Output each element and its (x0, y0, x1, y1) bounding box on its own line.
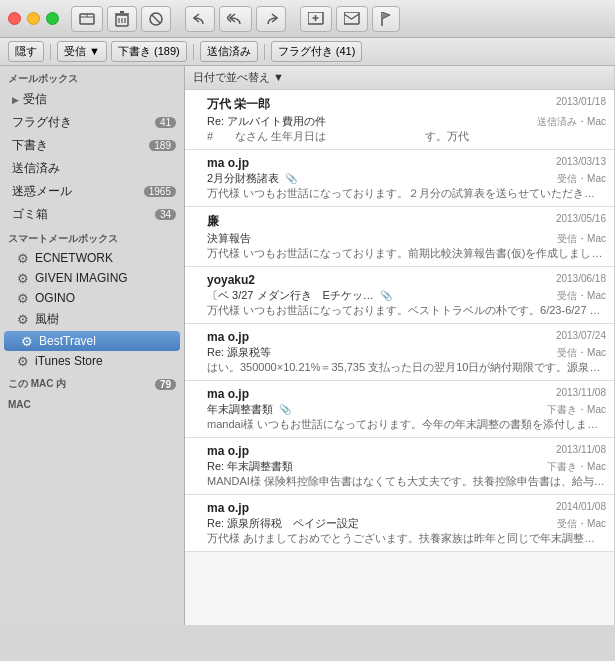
message-item[interactable]: ma o.jp 2013/07/24 Re: 源泉税等 受信・Mac はい。35… (185, 324, 614, 381)
msg-preview: 万代様 いつもお世話になっております。前期比較決算報告書(仮)を作成しました。決… (207, 246, 606, 261)
msg-from: ma o.jp (207, 444, 249, 458)
reply-all-icon (227, 13, 244, 25)
hide-button[interactable]: 隠す (8, 41, 44, 62)
sidebar: メールボックス ▶ 受信 フラグ付き 41 下書き 189 送信済み 迷惑メール… (0, 66, 185, 625)
msg-date: 2013/05/16 (556, 213, 606, 230)
forward-button[interactable] (256, 6, 286, 32)
message-item[interactable]: ma o.jp 2013/11/08 年末調整書類 📎 下書き・Mac mand… (185, 381, 614, 438)
sidebar-item-itunes[interactable]: ⚙ iTunes Store (0, 351, 184, 371)
sidebar-item-label: BestTravel (39, 334, 96, 348)
msg-date: 2014/01/08 (556, 501, 606, 515)
delete-button[interactable] (107, 6, 137, 32)
sidebar-item-label: 下書き (12, 137, 48, 154)
mailboxes-header: メールボックス (0, 66, 184, 88)
reply-all-button[interactable] (219, 6, 252, 32)
sort-label[interactable]: 日付で並べ替え ▼ (193, 71, 284, 83)
sidebar-item-junk[interactable]: 迷惑メール 1965 (0, 180, 184, 203)
message-item[interactable]: ma o.jp 2013/03/13 2月分財務諸表 📎 受信・Mac 万代様 … (185, 150, 614, 207)
sidebar-item-ogino[interactable]: ⚙ OGINO (0, 288, 184, 308)
msg-from: ma o.jp (207, 387, 249, 401)
sub-toolbar: 隠す 受信 ▼ 下書き (189) 送信済み フラグ付き (41) (0, 38, 615, 66)
junk-button[interactable] (141, 6, 171, 32)
compose-icon (79, 12, 95, 26)
msg-tag: 下書き・Mac (547, 403, 606, 417)
sidebar-item-flagged[interactable]: フラグ付き 41 (0, 111, 184, 134)
mac-header-text: この MAC 内 (8, 377, 66, 391)
sidebar-item-label: iTunes Store (35, 354, 103, 368)
title-bar (0, 0, 615, 38)
message-item[interactable]: yoyaku2 2013/06/18 〔ベ 3/27 メダン行き Eチケッ… 📎… (185, 267, 614, 324)
msg-date: 2013/06/18 (556, 273, 606, 287)
get-mail-icon (344, 12, 360, 26)
drafts-button[interactable]: 下書き (189) (111, 41, 187, 62)
msg-subject: Re: 源泉税等 (207, 345, 271, 360)
mac-header: この MAC 内 79 (0, 371, 184, 393)
msg-subject: 2月分財務諸表 📎 (207, 171, 297, 186)
attachment-icon: 📎 (285, 173, 297, 184)
msg-tag: 受信・Mac (557, 517, 606, 531)
receive-button[interactable]: 受信 ▼ (57, 41, 107, 62)
sidebar-item-ecnetwork[interactable]: ⚙ ECNETWORK (0, 248, 184, 268)
reply-button[interactable] (185, 6, 215, 32)
msg-preview: mandai様 いつもお世話になっております。今年の年末調整の書類を添付します。… (207, 417, 606, 432)
gear-icon: ⚙ (20, 334, 34, 348)
sidebar-item-inbox[interactable]: ▶ 受信 (0, 88, 184, 111)
sidebar-item-kazaki[interactable]: ⚙ 風樹 (0, 308, 184, 331)
sidebar-item-label: 風樹 (35, 311, 59, 328)
flag-filter-button[interactable]: フラグ付き (41) (271, 41, 363, 62)
mac-section: MAC (0, 393, 184, 412)
maximize-button[interactable] (46, 12, 59, 25)
compose-button[interactable] (71, 6, 103, 32)
flag-icon (380, 12, 392, 26)
message-item[interactable]: ma o.jp 2014/01/08 Re: 源泉所得税 ペイジー設定 受信・M… (185, 495, 614, 552)
forward-icon (264, 13, 278, 25)
reply-icon (193, 13, 207, 25)
msg-date: 2013/11/08 (556, 444, 606, 458)
main-layout: メールボックス ▶ 受信 フラグ付き 41 下書き 189 送信済み 迷惑メール… (0, 66, 615, 625)
sent-button[interactable]: 送信済み (200, 41, 258, 62)
message-item[interactable]: ma o.jp 2013/11/08 Re: 年末調整書類 下書き・Mac MA… (185, 438, 614, 495)
drafts-badge: 189 (149, 140, 176, 151)
gear-icon: ⚙ (16, 354, 30, 368)
msg-date: 2013/03/13 (556, 156, 606, 170)
msg-tag: 下書き・Mac (547, 460, 606, 474)
msg-tag: 受信・Mac (557, 346, 606, 360)
new-mailbox-icon (308, 12, 324, 26)
divider (50, 44, 51, 60)
message-item[interactable]: 万代 栄一郎 2013/01/18 Re: アルバイト費用の件 送信済み・Mac… (185, 90, 614, 150)
sidebar-item-besttravel[interactable]: ⚙ BestTravel (4, 331, 180, 351)
flagged-badge: 41 (155, 117, 176, 128)
gear-icon: ⚙ (16, 271, 30, 285)
msg-from: ma o.jp (207, 330, 249, 344)
gear-icon: ⚙ (16, 313, 30, 327)
close-button[interactable] (8, 12, 21, 25)
sidebar-item-label: 迷惑メール (12, 183, 72, 200)
divider2 (193, 44, 194, 60)
new-mailbox-button[interactable] (300, 6, 332, 32)
msg-from: ma o.jp (207, 501, 249, 515)
msg-subject: 〔ベ 3/27 メダン行き Eチケッ… 📎 (207, 288, 392, 303)
get-mail-button[interactable] (336, 6, 368, 32)
msg-preview: 万代様 いつもお世話になっております。ベストトラベルの朴です。6/23-6/27… (207, 303, 606, 318)
sidebar-item-drafts[interactable]: 下書き 189 (0, 134, 184, 157)
minimize-button[interactable] (27, 12, 40, 25)
messages-container: 万代 栄一郎 2013/01/18 Re: アルバイト費用の件 送信済み・Mac… (185, 90, 614, 552)
sort-bar[interactable]: 日付で並べ替え ▼ (185, 66, 614, 90)
sidebar-item-label: フラグ付き (12, 114, 72, 131)
msg-date: 2013/07/24 (556, 330, 606, 344)
sidebar-item-label: 受信 (23, 91, 47, 108)
gear-icon: ⚙ (16, 251, 30, 265)
message-item[interactable]: 廉 2013/05/16 決算報告 受信・Mac 万代様 いつもお世話になってお… (185, 207, 614, 267)
msg-preview: 万代様 あけましておめでとうございます。扶養家族は昨年と同じで年末調整を行います… (207, 531, 606, 546)
gear-icon: ⚙ (16, 291, 30, 305)
sidebar-item-sent[interactable]: 送信済み (0, 157, 184, 180)
msg-tag: 受信・Mac (557, 289, 606, 303)
sidebar-item-given-imaging[interactable]: ⚙ GIVEN IMAGING (0, 268, 184, 288)
sidebar-item-trash[interactable]: ゴミ箱 34 (0, 203, 184, 226)
attachment-icon: 📎 (279, 404, 291, 415)
delete-icon (115, 11, 129, 27)
msg-date: 2013/11/08 (556, 387, 606, 401)
flag-message-button[interactable] (372, 6, 400, 32)
divider3 (264, 44, 265, 60)
message-list: 日付で並べ替え ▼ 万代 栄一郎 2013/01/18 Re: アルバイト費用の… (185, 66, 615, 625)
